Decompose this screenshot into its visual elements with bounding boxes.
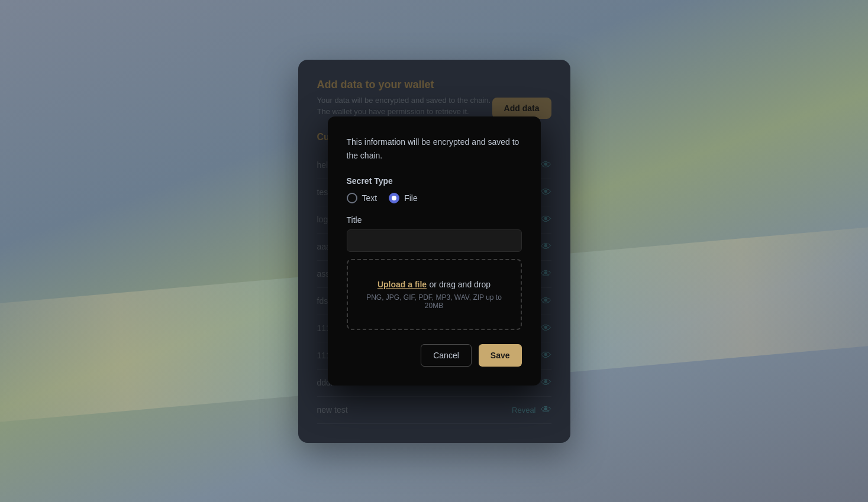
radio-button-text[interactable]: [347, 193, 357, 203]
modal-dialog: This information will be encrypted and s…: [328, 116, 541, 386]
main-card: Add data to your wallet Your data will b…: [298, 60, 570, 443]
radio-button-file[interactable]: [389, 193, 399, 203]
title-input[interactable]: [347, 229, 522, 252]
modal-info-text: This information will be encrypted and s…: [347, 135, 522, 162]
cancel-button[interactable]: Cancel: [421, 344, 472, 367]
radio-label-text: Text: [362, 193, 377, 203]
modal-footer: Cancel Save: [347, 344, 522, 367]
upload-prompt: Upload a file or drag and drop: [360, 279, 509, 290]
radio-option-file[interactable]: File: [389, 193, 418, 203]
secret-type-label: Secret Type: [347, 176, 522, 186]
upload-file-link[interactable]: Upload a file: [377, 280, 427, 289]
radio-group-secret-type: Text File: [347, 193, 522, 203]
radio-label-file: File: [404, 193, 418, 203]
upload-or-text: or drag and drop: [430, 280, 491, 289]
upload-formats-text: PNG, JPG, GIF, PDF, MP3, WAV, ZIP up to …: [360, 293, 509, 310]
radio-option-text[interactable]: Text: [347, 193, 377, 203]
file-upload-area[interactable]: Upload a file or drag and drop PNG, JPG,…: [347, 259, 522, 330]
title-field-label: Title: [347, 215, 522, 225]
modal-overlay: This information will be encrypted and s…: [298, 60, 570, 443]
save-button[interactable]: Save: [479, 344, 522, 367]
